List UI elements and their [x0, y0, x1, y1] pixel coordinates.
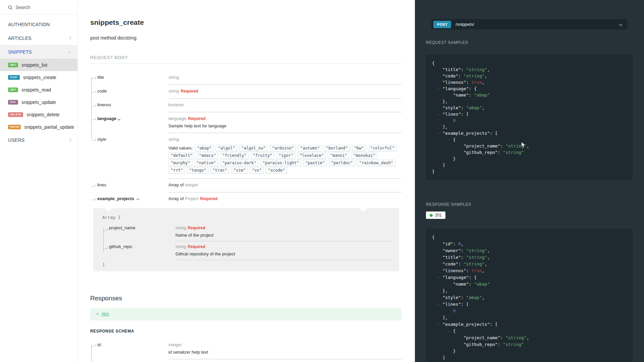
response-201-toggle[interactable]: 201 — [90, 308, 401, 320]
required-flag: Required — [200, 196, 218, 201]
field-row-lines: lines Array of integer — [90, 179, 401, 192]
enum-pill: "lovelace" — [297, 152, 326, 159]
sidebar-item-snippets-create[interactable]: POST snippets_create — [0, 71, 77, 83]
chevron-right-icon — [68, 37, 71, 40]
field-help: Sample help text for language — [168, 123, 401, 128]
sidebar-item-label: SNIPPETS — [8, 49, 68, 55]
request-body-heading: REQUEST BODY — [90, 55, 401, 64]
field-name: style — [90, 136, 168, 179]
enum-pill: "manni" — [328, 152, 350, 159]
enum-pill: "monokai" — [351, 152, 378, 159]
sidebar-item-snippets-list[interactable]: GET snippets_list — [0, 59, 77, 71]
enum-pill: "borland" — [324, 145, 350, 152]
field-name-expandable[interactable]: language — [90, 115, 168, 133]
tree-tick — [91, 76, 96, 79]
enum-pill: "algol_nu" — [239, 145, 268, 152]
field-type: integer — [185, 182, 198, 187]
sidebar-item-users[interactable]: USERS — [0, 133, 77, 147]
required-flag: Required — [188, 116, 206, 121]
method-badge-post: POST — [433, 21, 451, 28]
field-row-language: language languageRequired Sample help te… — [90, 112, 401, 133]
request-sample-code: { "title": "string", "code": "string", "… — [426, 55, 633, 180]
chevron-down-icon — [619, 23, 623, 26]
response-schema-heading: RESPONSE SCHEMA — [90, 329, 401, 334]
enum-pill: "bw" — [352, 145, 366, 152]
method-badge-post: POST — [8, 75, 20, 80]
expanded-array-schema: Array [ project_name stringRequired Name… — [93, 208, 399, 271]
enum-pill: "paraiso-dark" — [220, 160, 259, 166]
method-badge-get: GET — [8, 87, 18, 92]
request-samples-heading: REQUEST SAMPLES — [426, 40, 644, 45]
field-help: Name of the project — [175, 233, 392, 238]
sidebar-item-snippets-read[interactable]: GET snippets_read — [0, 83, 77, 96]
field-row-github-repo: github_repo stringRequired Github reposi… — [102, 241, 392, 260]
chevron-up-icon — [137, 198, 139, 201]
field-type: string — [175, 225, 186, 230]
field-row-title: title string — [90, 71, 401, 85]
search-icon — [8, 5, 12, 10]
field-type: string — [168, 137, 179, 142]
field-row-id: id integer id serializer help text — [90, 339, 401, 359]
enum-pill: "algol" — [216, 145, 237, 152]
enum-pill: "friendly" — [220, 152, 249, 159]
endpoint-dropdown[interactable]: POST /snippets/ — [431, 19, 627, 29]
enum-pill: "trac" — [210, 167, 229, 174]
operation-label: snippets_update — [21, 100, 56, 105]
tree-tick — [91, 344, 96, 346]
sidebar-item-articles[interactable]: ARTICLES — [0, 31, 77, 45]
method-badge-delete: DELETE — [8, 112, 23, 117]
field-row-style: style string Valid values:"abap""algol""… — [90, 133, 401, 179]
sidebar-item-label: USERS — [8, 137, 68, 143]
operation-label: snippets_read — [21, 87, 51, 93]
field-help: Github repository of the project — [175, 251, 392, 256]
sidebar-item-snippets-delete[interactable]: DELETE snippets_delete — [0, 108, 77, 121]
field-name: title — [90, 74, 168, 85]
enum-pill: "colorful" — [368, 145, 397, 152]
enum-pill: "paraiso-light" — [260, 160, 301, 166]
field-row-code: code stringRequired — [90, 85, 401, 99]
method-badge-patch: PATCH — [8, 125, 21, 129]
search-input[interactable] — [15, 5, 59, 10]
enum-pill: "fruity" — [251, 152, 275, 159]
page-title: snippets_create — [90, 18, 401, 26]
enum-pill: "vim" — [231, 167, 248, 174]
response-schema: id integer id serializer help text owner… — [90, 339, 401, 362]
samples-panel: POST /snippets/ REQUEST SAMPLES { "title… — [415, 0, 644, 362]
enum-pill: "igor" — [276, 152, 296, 159]
sidebar-item-snippets[interactable]: SNIPPETS — [0, 45, 77, 59]
response-sample-tab-201[interactable]: 201 — [426, 212, 445, 219]
operation-label: snippets_create — [23, 75, 56, 80]
mouse-cursor — [521, 142, 526, 148]
enum-pill: "native" — [194, 160, 218, 166]
field-name: github_repo — [102, 243, 175, 260]
array-open-bracket: Array [ — [102, 215, 392, 220]
tree-tick — [91, 198, 96, 200]
field-type: integer — [168, 342, 182, 347]
sidebar-item-authentication[interactable]: AUTHENTICATION — [0, 17, 77, 31]
sidebar-item-snippets-partial-update[interactable]: PATCH snippets_partial_update — [0, 121, 77, 133]
method-badge-get: GET — [8, 63, 18, 67]
valid-values-label: Valid values: — [168, 145, 193, 150]
array-of-label: Array of — [168, 196, 185, 201]
tree-tick — [91, 90, 96, 93]
required-flag: Required — [181, 89, 198, 94]
status-dot-icon — [430, 214, 433, 217]
enum-values: Valid values:"abap""algol""algol_nu""ard… — [168, 144, 401, 174]
field-row-linenos: linenos boolean — [90, 99, 401, 112]
tree-tick — [91, 104, 96, 106]
field-name-expandable[interactable]: example_projects — [90, 195, 168, 204]
responses-heading: Responses — [90, 295, 401, 302]
tree-tick — [103, 228, 108, 230]
field-type: boolean — [168, 102, 184, 107]
endpoint-path: /snippets/ — [455, 22, 474, 27]
sidebar-item-snippets-update[interactable]: PUT snippets_update — [0, 96, 77, 108]
search-box[interactable] — [0, 0, 77, 14]
operation-docstring: post method docstring — [90, 35, 401, 41]
response-code: 201 — [435, 213, 442, 218]
response-samples-heading: RESPONSE SAMPLES — [426, 202, 644, 207]
enum-pill: "autumn" — [298, 145, 322, 152]
field-type: string — [175, 244, 186, 249]
enum-pill: "pastie" — [303, 160, 327, 166]
field-name: linenos — [90, 102, 168, 112]
array-close-bracket: ] — [102, 262, 392, 267]
